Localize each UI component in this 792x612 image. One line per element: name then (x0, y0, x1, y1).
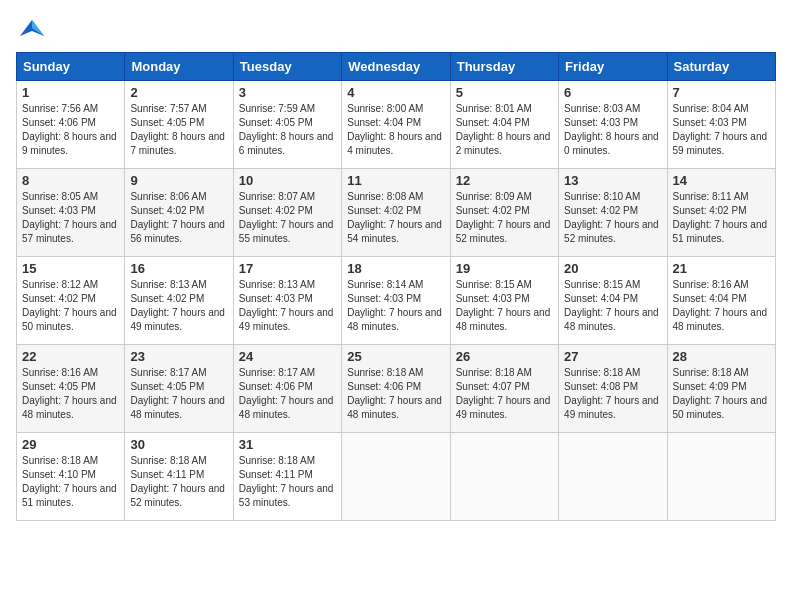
cell-details: Sunrise: 8:18 AMSunset: 4:06 PMDaylight:… (347, 367, 442, 420)
calendar-cell: 7 Sunrise: 8:04 AMSunset: 4:03 PMDayligh… (667, 81, 775, 169)
calendar-cell (559, 433, 667, 521)
day-number: 5 (456, 85, 553, 100)
calendar-cell: 22 Sunrise: 8:16 AMSunset: 4:05 PMDaylig… (17, 345, 125, 433)
col-header-thursday: Thursday (450, 53, 558, 81)
day-number: 19 (456, 261, 553, 276)
calendar-cell: 18 Sunrise: 8:14 AMSunset: 4:03 PMDaylig… (342, 257, 450, 345)
col-header-wednesday: Wednesday (342, 53, 450, 81)
cell-details: Sunrise: 8:12 AMSunset: 4:02 PMDaylight:… (22, 279, 117, 332)
day-number: 11 (347, 173, 444, 188)
calendar-cell: 23 Sunrise: 8:17 AMSunset: 4:05 PMDaylig… (125, 345, 233, 433)
cell-details: Sunrise: 8:17 AMSunset: 4:05 PMDaylight:… (130, 367, 225, 420)
cell-details: Sunrise: 8:15 AMSunset: 4:03 PMDaylight:… (456, 279, 551, 332)
day-number: 27 (564, 349, 661, 364)
cell-details: Sunrise: 8:13 AMSunset: 4:03 PMDaylight:… (239, 279, 334, 332)
day-number: 8 (22, 173, 119, 188)
day-number: 25 (347, 349, 444, 364)
calendar-cell: 13 Sunrise: 8:10 AMSunset: 4:02 PMDaylig… (559, 169, 667, 257)
cell-details: Sunrise: 8:13 AMSunset: 4:02 PMDaylight:… (130, 279, 225, 332)
day-number: 24 (239, 349, 336, 364)
col-header-sunday: Sunday (17, 53, 125, 81)
day-number: 22 (22, 349, 119, 364)
calendar-cell: 3 Sunrise: 7:59 AMSunset: 4:05 PMDayligh… (233, 81, 341, 169)
cell-details: Sunrise: 8:03 AMSunset: 4:03 PMDaylight:… (564, 103, 659, 156)
col-header-friday: Friday (559, 53, 667, 81)
calendar-cell: 21 Sunrise: 8:16 AMSunset: 4:04 PMDaylig… (667, 257, 775, 345)
cell-details: Sunrise: 8:09 AMSunset: 4:02 PMDaylight:… (456, 191, 551, 244)
cell-details: Sunrise: 7:59 AMSunset: 4:05 PMDaylight:… (239, 103, 334, 156)
page-header (16, 16, 776, 40)
calendar-cell: 10 Sunrise: 8:07 AMSunset: 4:02 PMDaylig… (233, 169, 341, 257)
cell-details: Sunrise: 8:18 AMSunset: 4:11 PMDaylight:… (239, 455, 334, 508)
calendar-cell (450, 433, 558, 521)
cell-details: Sunrise: 8:14 AMSunset: 4:03 PMDaylight:… (347, 279, 442, 332)
cell-details: Sunrise: 8:18 AMSunset: 4:09 PMDaylight:… (673, 367, 768, 420)
day-number: 31 (239, 437, 336, 452)
day-number: 18 (347, 261, 444, 276)
cell-details: Sunrise: 8:00 AMSunset: 4:04 PMDaylight:… (347, 103, 442, 156)
day-number: 4 (347, 85, 444, 100)
cell-details: Sunrise: 8:16 AMSunset: 4:05 PMDaylight:… (22, 367, 117, 420)
calendar-cell: 28 Sunrise: 8:18 AMSunset: 4:09 PMDaylig… (667, 345, 775, 433)
cell-details: Sunrise: 8:10 AMSunset: 4:02 PMDaylight:… (564, 191, 659, 244)
col-header-tuesday: Tuesday (233, 53, 341, 81)
day-number: 30 (130, 437, 227, 452)
calendar-cell: 6 Sunrise: 8:03 AMSunset: 4:03 PMDayligh… (559, 81, 667, 169)
day-number: 20 (564, 261, 661, 276)
col-header-saturday: Saturday (667, 53, 775, 81)
cell-details: Sunrise: 7:57 AMSunset: 4:05 PMDaylight:… (130, 103, 225, 156)
cell-details: Sunrise: 8:07 AMSunset: 4:02 PMDaylight:… (239, 191, 334, 244)
calendar-cell: 11 Sunrise: 8:08 AMSunset: 4:02 PMDaylig… (342, 169, 450, 257)
day-number: 2 (130, 85, 227, 100)
calendar-cell: 19 Sunrise: 8:15 AMSunset: 4:03 PMDaylig… (450, 257, 558, 345)
svg-marker-1 (32, 20, 44, 36)
logo-bird-icon (18, 16, 46, 44)
cell-details: Sunrise: 8:08 AMSunset: 4:02 PMDaylight:… (347, 191, 442, 244)
calendar-table: SundayMondayTuesdayWednesdayThursdayFrid… (16, 52, 776, 521)
day-number: 6 (564, 85, 661, 100)
calendar-cell: 14 Sunrise: 8:11 AMSunset: 4:02 PMDaylig… (667, 169, 775, 257)
calendar-cell (667, 433, 775, 521)
cell-details: Sunrise: 8:18 AMSunset: 4:07 PMDaylight:… (456, 367, 551, 420)
day-number: 9 (130, 173, 227, 188)
cell-details: Sunrise: 8:18 AMSunset: 4:11 PMDaylight:… (130, 455, 225, 508)
calendar-cell: 8 Sunrise: 8:05 AMSunset: 4:03 PMDayligh… (17, 169, 125, 257)
day-number: 15 (22, 261, 119, 276)
calendar-cell: 17 Sunrise: 8:13 AMSunset: 4:03 PMDaylig… (233, 257, 341, 345)
day-number: 17 (239, 261, 336, 276)
cell-details: Sunrise: 8:16 AMSunset: 4:04 PMDaylight:… (673, 279, 768, 332)
cell-details: Sunrise: 8:18 AMSunset: 4:10 PMDaylight:… (22, 455, 117, 508)
calendar-cell: 16 Sunrise: 8:13 AMSunset: 4:02 PMDaylig… (125, 257, 233, 345)
calendar-cell: 2 Sunrise: 7:57 AMSunset: 4:05 PMDayligh… (125, 81, 233, 169)
day-number: 23 (130, 349, 227, 364)
cell-details: Sunrise: 8:15 AMSunset: 4:04 PMDaylight:… (564, 279, 659, 332)
calendar-cell: 20 Sunrise: 8:15 AMSunset: 4:04 PMDaylig… (559, 257, 667, 345)
cell-details: Sunrise: 7:56 AMSunset: 4:06 PMDaylight:… (22, 103, 117, 156)
cell-details: Sunrise: 8:06 AMSunset: 4:02 PMDaylight:… (130, 191, 225, 244)
day-number: 10 (239, 173, 336, 188)
cell-details: Sunrise: 8:05 AMSunset: 4:03 PMDaylight:… (22, 191, 117, 244)
col-header-monday: Monday (125, 53, 233, 81)
calendar-cell: 30 Sunrise: 8:18 AMSunset: 4:11 PMDaylig… (125, 433, 233, 521)
day-number: 26 (456, 349, 553, 364)
day-number: 14 (673, 173, 770, 188)
calendar-cell: 24 Sunrise: 8:17 AMSunset: 4:06 PMDaylig… (233, 345, 341, 433)
cell-details: Sunrise: 8:17 AMSunset: 4:06 PMDaylight:… (239, 367, 334, 420)
logo (16, 16, 46, 40)
cell-details: Sunrise: 8:18 AMSunset: 4:08 PMDaylight:… (564, 367, 659, 420)
calendar-cell: 26 Sunrise: 8:18 AMSunset: 4:07 PMDaylig… (450, 345, 558, 433)
day-number: 29 (22, 437, 119, 452)
calendar-cell: 5 Sunrise: 8:01 AMSunset: 4:04 PMDayligh… (450, 81, 558, 169)
cell-details: Sunrise: 8:01 AMSunset: 4:04 PMDaylight:… (456, 103, 551, 156)
calendar-cell: 31 Sunrise: 8:18 AMSunset: 4:11 PMDaylig… (233, 433, 341, 521)
calendar-cell: 27 Sunrise: 8:18 AMSunset: 4:08 PMDaylig… (559, 345, 667, 433)
day-number: 13 (564, 173, 661, 188)
day-number: 21 (673, 261, 770, 276)
calendar-cell (342, 433, 450, 521)
calendar-cell: 25 Sunrise: 8:18 AMSunset: 4:06 PMDaylig… (342, 345, 450, 433)
calendar-cell: 12 Sunrise: 8:09 AMSunset: 4:02 PMDaylig… (450, 169, 558, 257)
day-number: 3 (239, 85, 336, 100)
calendar-cell: 29 Sunrise: 8:18 AMSunset: 4:10 PMDaylig… (17, 433, 125, 521)
calendar-cell: 15 Sunrise: 8:12 AMSunset: 4:02 PMDaylig… (17, 257, 125, 345)
calendar-cell: 1 Sunrise: 7:56 AMSunset: 4:06 PMDayligh… (17, 81, 125, 169)
